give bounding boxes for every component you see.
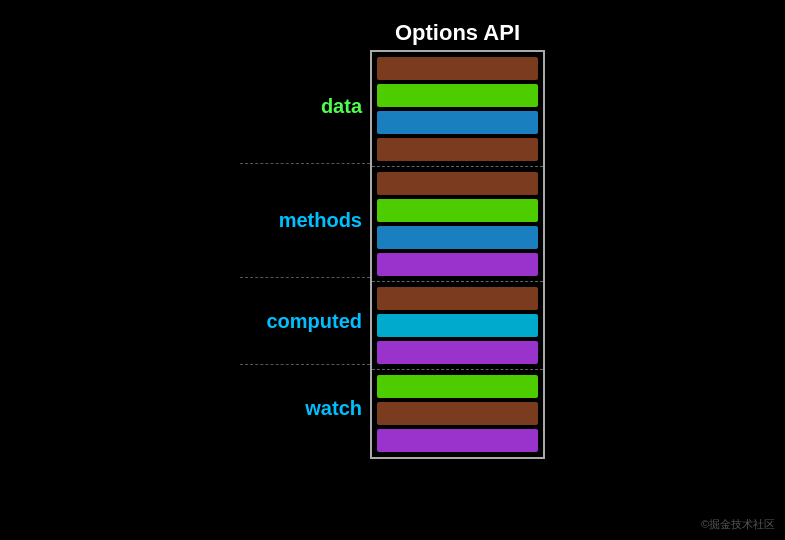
- bar-computed-2: [377, 341, 538, 364]
- bars-section-watch: [372, 370, 543, 457]
- content-row: datamethodscomputedwatch: [240, 50, 545, 459]
- watermark: ©掘金技术社区: [701, 517, 775, 532]
- section-label-methods: methods: [279, 209, 362, 232]
- diagram-title: Options API: [375, 20, 540, 50]
- bar-data-3: [377, 138, 538, 161]
- bar-computed-1: [377, 314, 538, 337]
- bars-section-computed: [372, 282, 543, 370]
- bar-methods-0: [377, 172, 538, 195]
- left-labels: datamethodscomputedwatch: [240, 50, 370, 459]
- label-cell-watch: watch: [240, 365, 370, 452]
- bar-methods-2: [377, 226, 538, 249]
- bar-data-2: [377, 111, 538, 134]
- bar-data-0: [377, 57, 538, 80]
- bar-data-1: [377, 84, 538, 107]
- diagram-wrapper: Options API datamethodscomputedwatch: [240, 20, 545, 459]
- bars-section-methods: [372, 167, 543, 282]
- title-row: Options API: [245, 20, 540, 50]
- section-label-data: data: [321, 95, 362, 118]
- label-cell-data: data: [240, 50, 370, 164]
- main-container: Options API datamethodscomputedwatch: [0, 0, 785, 540]
- bar-watch-0: [377, 375, 538, 398]
- section-label-watch: watch: [305, 397, 362, 420]
- bars-section-data: [372, 52, 543, 167]
- section-label-computed: computed: [266, 310, 362, 333]
- bar-watch-1: [377, 402, 538, 425]
- bar-computed-0: [377, 287, 538, 310]
- label-cell-methods: methods: [240, 164, 370, 278]
- bar-methods-3: [377, 253, 538, 276]
- label-cell-computed: computed: [240, 278, 370, 365]
- bar-watch-2: [377, 429, 538, 452]
- bar-methods-1: [377, 199, 538, 222]
- right-bars: [370, 50, 545, 459]
